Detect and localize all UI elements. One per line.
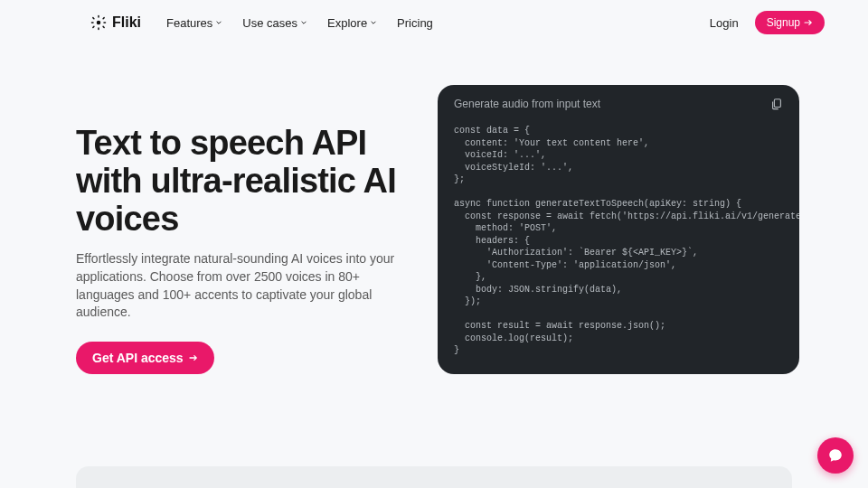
chevron-down-icon [370,19,377,26]
svg-rect-1 [98,15,99,18]
svg-rect-6 [102,25,105,28]
svg-rect-4 [103,22,106,23]
nav-pricing[interactable]: Pricing [397,16,433,30]
cta-button[interactable]: Get API access [76,342,214,374]
copy-icon[interactable] [770,98,783,110]
site-header: Fliki Features Use cases Explore Pricing… [0,0,868,45]
nav-explore[interactable]: Explore [327,16,377,30]
nav-label: Explore [327,16,367,30]
svg-point-0 [97,21,101,25]
nav-use-cases[interactable]: Use cases [242,16,307,30]
logo-icon [90,14,107,31]
chat-launcher[interactable] [817,437,854,474]
svg-rect-9 [774,99,780,108]
arrow-right-icon [189,354,198,361]
cta-label: Get API access [92,351,184,365]
chat-icon [827,447,844,464]
arrow-right-icon [804,19,813,26]
signup-button[interactable]: Signup [755,11,825,34]
hero-copy: Text to speech API with ultra-realistic … [76,85,420,374]
svg-rect-8 [102,17,105,20]
hero-subtitle: Effortlessly integrate natural-sounding … [76,250,401,321]
nav-label: Features [166,16,212,30]
brand-name: Fliki [112,14,141,31]
svg-rect-7 [92,25,95,28]
nav-label: Pricing [397,16,433,30]
code-body: const data = { content: 'Your text conte… [438,119,799,373]
site-logo[interactable]: Fliki [90,14,141,31]
hero-section: Text to speech API with ultra-realistic … [0,45,868,374]
chevron-down-icon [215,19,222,26]
header-actions: Login Signup [710,11,825,34]
hero-title: Text to speech API with ultra-realistic … [76,125,420,238]
primary-nav: Features Use cases Explore Pricing [166,16,710,30]
svg-rect-3 [91,22,94,23]
login-link[interactable]: Login [710,16,739,30]
code-header: Generate audio from input text [438,85,799,119]
code-title: Generate audio from input text [454,98,600,110]
signup-label: Signup [767,16,800,29]
svg-rect-5 [92,17,95,20]
nav-label: Use cases [242,16,297,30]
secondary-panel [76,466,792,488]
chevron-down-icon [300,19,307,26]
nav-features[interactable]: Features [166,16,222,30]
code-sample-panel: Generate audio from input text const dat… [438,85,799,374]
svg-rect-2 [98,27,99,30]
